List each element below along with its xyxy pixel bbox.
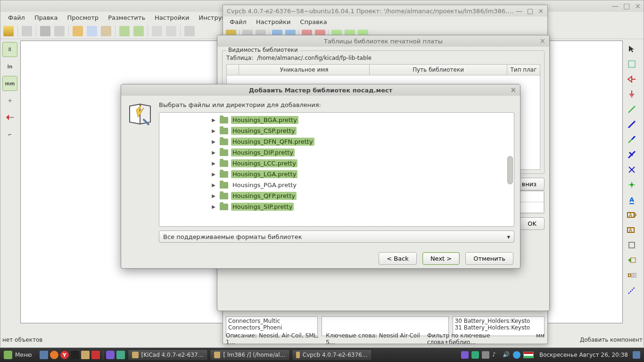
menu-item[interactable]: Справка — [296, 17, 330, 26]
folder-item[interactable]: ▶Housings_DFN_QFN.pretty — [159, 136, 514, 147]
taskbar-window[interactable]: [ lm386 /] (/home/al… — [210, 349, 290, 361]
folder-item[interactable]: ▶Housings_CSP.pretty — [159, 125, 514, 136]
net-label-icon[interactable]: A — [625, 193, 639, 207]
folder-item[interactable]: ▶Housings_BGA.pretty — [159, 115, 514, 125]
next-button[interactable]: Next > — [422, 252, 460, 265]
maximize-icon[interactable]: □ — [527, 7, 533, 15]
files-icon[interactable] — [81, 351, 90, 359]
find-icon[interactable] — [152, 26, 162, 36]
plot-icon[interactable] — [54, 26, 65, 36]
close-icon[interactable]: × — [539, 37, 545, 45]
units-mm-button[interactable]: mm — [2, 76, 17, 91]
expand-icon[interactable]: ▶ — [211, 172, 216, 177]
close-icon[interactable]: × — [510, 86, 516, 94]
status-hint: Добавить компонент — [580, 337, 643, 343]
taskbar-window[interactable]: Cvpcb 4.0.7-e2-6376… — [292, 349, 372, 361]
maximize-icon[interactable]: □ — [623, 2, 630, 10]
dialog-titlebar[interactable]: Добавить Мастер библиотек посад.мест × — [121, 84, 520, 96]
units-in-button[interactable]: In — [2, 59, 17, 74]
grid-toggle[interactable]: ⠿ — [2, 42, 17, 57]
back-button[interactable]: < Back — [379, 252, 417, 265]
expand-icon[interactable]: ▶ — [211, 150, 216, 155]
firefox-icon[interactable] — [50, 351, 58, 359]
tray-network-icon[interactable] — [482, 351, 489, 359]
page-settings-icon[interactable] — [22, 26, 32, 36]
hier-sheet-icon[interactable] — [625, 238, 639, 252]
place-wire-icon[interactable] — [625, 102, 639, 116]
undo-icon[interactable] — [119, 26, 130, 36]
menu-item[interactable]: Файл — [4, 13, 29, 22]
menu-item[interactable]: Файл — [226, 17, 250, 26]
hier-label-icon[interactable]: A — [625, 223, 639, 237]
tray-music-icon[interactable]: ♪ — [492, 351, 500, 359]
expand-icon[interactable]: ▶ — [211, 182, 216, 188]
keyboard-layout[interactable] — [523, 352, 534, 358]
replace-icon[interactable] — [166, 26, 176, 36]
bus-direction-button[interactable]: ⌐ — [2, 127, 17, 142]
wire-to-bus-icon[interactable] — [625, 132, 639, 147]
minimize-icon[interactable]: — — [516, 7, 522, 15]
hier-pin-icon[interactable]: DA — [625, 268, 639, 282]
select-tool-icon[interactable] — [625, 42, 639, 56]
close-icon[interactable]: × — [635, 2, 641, 10]
folder-item[interactable]: ▶Housings_LGA.pretty — [159, 169, 514, 180]
expand-icon[interactable]: ▶ — [211, 117, 216, 123]
expand-icon[interactable]: ▶ — [211, 193, 216, 198]
clock[interactable]: Воскресенье Август 26, 20:38 — [539, 352, 628, 358]
graphic-line-icon[interactable] — [625, 283, 639, 297]
ok-button[interactable]: OK — [520, 217, 545, 230]
viber-icon[interactable] — [106, 351, 115, 359]
menu-item[interactable]: Настройки — [252, 17, 294, 26]
hidden-pins-button[interactable] — [2, 110, 17, 125]
folder-tree[interactable]: ▶Housings_BGA.pretty▶Housings_CSP.pretty… — [159, 112, 514, 227]
menu-item[interactable]: Просмотр — [63, 13, 102, 22]
menu-item[interactable]: Настройки — [151, 13, 193, 22]
yandex-icon[interactable]: Y — [60, 351, 69, 359]
copy-icon[interactable] — [87, 26, 97, 36]
minimize-icon[interactable]: — — [611, 2, 619, 10]
place-power-icon[interactable] — [625, 87, 639, 101]
transmission-icon[interactable] — [91, 351, 100, 359]
library-table[interactable]: Уникальное имя Путь библиотеки Тип плаг — [226, 64, 540, 75]
expand-icon[interactable]: ▶ — [211, 139, 216, 144]
cut-icon[interactable] — [73, 26, 83, 36]
open-icon[interactable] — [3, 26, 14, 36]
tray-volume-icon[interactable]: 🔊 — [503, 351, 510, 359]
redo-icon[interactable] — [133, 26, 144, 36]
zoom-in-icon[interactable] — [184, 26, 195, 36]
print-icon[interactable] — [40, 26, 50, 36]
tray-shield-icon[interactable] — [471, 351, 479, 359]
tray-viber-icon[interactable] — [461, 351, 469, 359]
terminal-icon[interactable] — [71, 351, 79, 359]
cursor-shape-button[interactable]: ✛ — [2, 93, 17, 108]
tray-skype-icon[interactable] — [513, 351, 520, 359]
close-icon[interactable]: × — [538, 7, 544, 15]
import-hier-label-icon[interactable] — [625, 253, 639, 267]
expand-icon[interactable]: ▶ — [211, 161, 216, 166]
bus-to-bus-icon[interactable] — [625, 148, 639, 162]
highlight-net-icon[interactable] — [625, 57, 639, 71]
paste-icon[interactable] — [101, 26, 111, 36]
junction-icon[interactable] — [625, 178, 639, 192]
no-connect-icon[interactable] — [625, 163, 639, 177]
folder-item[interactable]: ▶Housings_SIP.pretty — [159, 201, 514, 212]
folder-item[interactable]: ▶Housings_QFP.pretty — [159, 190, 514, 201]
scrollbar[interactable] — [506, 114, 513, 225]
app-icon[interactable] — [116, 351, 125, 359]
cancel-button[interactable]: Отменить — [465, 252, 513, 265]
taskbar-window[interactable]: [KiCad 4.0.7-e2-637… — [128, 349, 208, 361]
menu-item[interactable]: Разместить — [104, 13, 149, 22]
expand-icon[interactable]: ▶ — [211, 204, 216, 209]
folder-item[interactable]: ▶Housings_DIP.pretty — [159, 147, 514, 158]
global-label-icon[interactable]: A — [625, 208, 639, 222]
place-component-icon[interactable] — [625, 72, 639, 86]
expand-icon[interactable]: ▶ — [211, 128, 216, 133]
folder-item[interactable]: ▶Housings_PGA.pretty — [159, 180, 514, 190]
show-desktop-icon[interactable] — [40, 351, 48, 359]
folder-item[interactable]: ▶Housings_LCC.pretty — [159, 158, 514, 169]
place-bus-icon[interactable] — [625, 117, 639, 132]
format-select[interactable]: Все поддерживаемые форматы библиотек ▾ — [159, 230, 514, 243]
tray-monitor-icon[interactable] — [633, 351, 640, 359]
start-menu[interactable]: Меню — [0, 351, 36, 359]
menu-item[interactable]: Правка — [31, 13, 61, 22]
